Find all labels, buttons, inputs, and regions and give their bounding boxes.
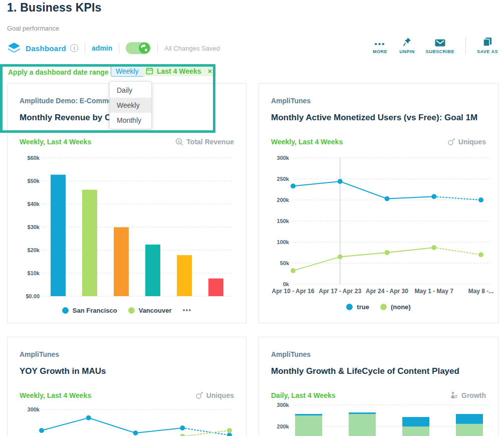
- svg-text:Apr 17 - Apr 23: Apr 17 - Apr 23: [319, 288, 361, 295]
- visibility-toggle[interactable]: [126, 42, 151, 54]
- divider: [157, 43, 158, 53]
- chart-legend: true (none): [259, 303, 498, 311]
- dropdown-option-weekly[interactable]: Weekly: [110, 98, 151, 113]
- svg-text:200k: 200k: [277, 423, 290, 429]
- envelope-icon: [435, 37, 445, 47]
- page-subtitle: Goal performance: [7, 25, 59, 32]
- dashboard-meta-row: Dashboard i admin All Changes Saved: [7, 41, 220, 55]
- calendar-icon: [146, 67, 153, 75]
- more-label: MORE: [373, 49, 387, 54]
- uniques-icon: [195, 391, 203, 399]
- owner-link[interactable]: admin: [92, 44, 112, 52]
- date-range-label: Last 4 Weeks: [157, 67, 201, 75]
- legend-dot: [380, 304, 387, 310]
- card-period: Daily, Last 4 Weeks: [271, 391, 336, 399]
- svg-text:0k: 0k: [283, 281, 290, 287]
- growth-stacked-bar-chart: 300k200k: [271, 400, 502, 436]
- svg-text:$: $: [178, 139, 180, 144]
- date-range-chip[interactable]: Last 4 Weeks ×: [142, 66, 216, 76]
- svg-text:300k: 300k: [277, 402, 290, 408]
- legend-label: Vancouver: [139, 307, 172, 314]
- legend-label: San Francisco: [73, 307, 117, 314]
- revenue-icon: $: [175, 138, 183, 146]
- legend-dot: [62, 307, 69, 314]
- card-period: Weekly, Last 4 Weeks: [20, 138, 91, 146]
- svg-text:Apr 24 - Apr 30: Apr 24 - Apr 30: [366, 288, 408, 295]
- legend-label: true: [357, 303, 369, 311]
- legend-dot: [128, 307, 135, 314]
- close-icon[interactable]: ×: [204, 67, 212, 75]
- legend-item[interactable]: San Francisco: [62, 307, 117, 314]
- metric-label: Total Revenue: [186, 138, 234, 146]
- divider: [465, 37, 466, 54]
- interval-dropdown: Daily Weekly Monthly: [109, 81, 152, 129]
- save-as-button[interactable]: SAVE AS: [477, 37, 498, 54]
- card-monthly-growth-lifecycle: AmpliTunes Monthly Growth & LifeCycle of…: [259, 337, 498, 436]
- card-metric: Uniques: [447, 138, 486, 146]
- svg-text:$40k: $40k: [28, 201, 40, 207]
- card-title[interactable]: YOY Growth in MAUs: [20, 366, 106, 376]
- metric-label: Uniques: [458, 138, 486, 146]
- card-source[interactable]: Amplitude Demo: E-Commerce: [20, 97, 123, 105]
- subscribe-button[interactable]: SUBSCRIBE: [425, 37, 454, 54]
- svg-text:$30k: $30k: [28, 224, 40, 230]
- dropdown-option-daily[interactable]: Daily: [110, 83, 151, 98]
- chart-legend: San Francisco Vancouver •••: [8, 306, 246, 314]
- svg-text:$60k: $60k: [28, 155, 40, 161]
- uniques-icon: [447, 138, 455, 146]
- card-metric: ± Growth: [450, 391, 486, 399]
- card-metric: $ Total Revenue: [175, 138, 234, 146]
- unpin-label: UNPIN: [399, 49, 415, 54]
- card-metric: Uniques: [195, 391, 234, 399]
- svg-text:300k: 300k: [277, 155, 290, 161]
- metric-label: Uniques: [206, 391, 234, 399]
- svg-text:May 8 -...: May 8 -...: [468, 288, 494, 295]
- yoy-growth-line-chart: 300k: [20, 402, 251, 436]
- svg-text:100k: 100k: [277, 239, 290, 245]
- svg-text:Apr 10 - Apr 16: Apr 10 - Apr 16: [272, 288, 315, 295]
- save-status: All Changes Saved: [164, 45, 220, 52]
- card-monthly-active-monetized-users: AmpliTunes Monthly Active Monetized User…: [259, 83, 498, 323]
- svg-text:150k: 150k: [277, 218, 290, 224]
- growth-icon: ±: [450, 391, 458, 399]
- svg-text:300k: 300k: [28, 406, 40, 412]
- legend-item[interactable]: true: [346, 303, 369, 311]
- more-button[interactable]: ••• MORE: [371, 37, 388, 54]
- legend-overflow-button[interactable]: •••: [182, 306, 191, 314]
- page-title: 1. Business KPIs: [7, 1, 102, 15]
- svg-text:May 1 - May 7: May 1 - May 7: [415, 288, 454, 295]
- dashboard-type-label: Dashboard: [26, 44, 66, 53]
- svg-text:$0.00: $0.00: [26, 293, 40, 299]
- interval-chip[interactable]: Weekly: [111, 66, 144, 77]
- card-source[interactable]: AmpliTunes: [20, 350, 59, 358]
- metric-label: Growth: [461, 391, 486, 399]
- card-title[interactable]: Monthly Growth & LifeCycle of Content Pl…: [271, 366, 459, 376]
- toggle-globe-icon: [139, 43, 150, 56]
- revenue-bar-chart: $60k$50k$40k$30k$20k$10k$0.00: [20, 149, 250, 305]
- svg-text:200k: 200k: [277, 197, 290, 203]
- legend-item[interactable]: Vancouver: [128, 307, 172, 314]
- dropdown-option-monthly[interactable]: Monthly: [110, 113, 151, 128]
- svg-text:250k: 250k: [277, 176, 290, 182]
- info-icon[interactable]: i: [70, 44, 78, 52]
- date-range-prompt: Apply a dashboard date range: [8, 68, 109, 76]
- unpin-button[interactable]: UNPIN: [398, 37, 415, 54]
- card-title[interactable]: Monthly Active Monetized Users (vs Free)…: [271, 113, 477, 123]
- dashboard-actions: ••• MORE UNPIN SUBSCRIBE SAVE AS: [371, 37, 498, 54]
- layers-icon: [7, 42, 21, 54]
- card-period: Weekly, Last 4 Weeks: [20, 391, 91, 399]
- svg-text:$10k: $10k: [28, 270, 40, 276]
- card-source[interactable]: AmpliTunes: [271, 350, 311, 358]
- card-title[interactable]: Monthly Revenue by City: [20, 113, 121, 123]
- monetized-users-line-chart: 300k250k200k150k100k50k0kApr 10 - Apr 16…: [271, 149, 502, 299]
- card-source[interactable]: AmpliTunes: [271, 97, 311, 105]
- divider: [85, 43, 85, 53]
- svg-text:±: ±: [455, 393, 458, 399]
- card-period: Weekly, Last 4 Weeks: [271, 138, 343, 146]
- legend-item[interactable]: (none): [380, 303, 411, 311]
- pin-icon: [402, 37, 411, 47]
- ellipsis-icon: •••: [375, 37, 386, 47]
- copy-icon: [483, 37, 492, 47]
- svg-text:50k: 50k: [280, 260, 290, 266]
- legend-dot: [346, 304, 353, 310]
